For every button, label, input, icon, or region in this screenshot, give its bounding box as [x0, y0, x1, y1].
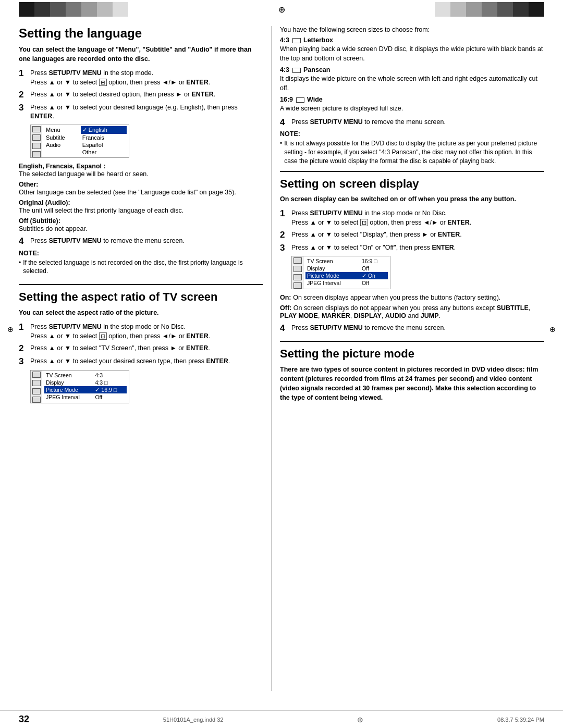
aspect-step-2: 2 Press ▲ or ▼ to select "TV Screen", th…	[19, 344, 263, 354]
picture-intro: There are two types of source content in…	[280, 365, 544, 403]
onscreen-step-2: 2 Press ▲ or ▼ to select "Display", then…	[280, 230, 544, 240]
step-text-1: Press SETUP/TV MENU in the stop mode.Pre…	[30, 69, 210, 87]
step-text-3: Press ▲ or ▼ to select your desired lang…	[30, 103, 263, 121]
option-letterbox: 4:3 Letterbox When playing back a wide s…	[280, 36, 544, 63]
right-column: ⊕ You have the following screen sizes to…	[280, 26, 544, 691]
english-francais-label: English, Francais, Espanol : The selecte…	[19, 162, 263, 178]
original-audio-label: Original (Audio): The unit will select t…	[19, 199, 263, 214]
aspect-step-3: 3 Press ▲ or ▼ to select your desired sc…	[19, 357, 263, 367]
aspect-note: NOTE: • It is not always possible for th…	[280, 130, 544, 165]
step-text-4: Press SETUP/TV MENU to remove the menu s…	[30, 237, 185, 246]
onscreen-step-text-4: Press SETUP/TV MENU to remove the menu s…	[291, 324, 446, 334]
aspect-menu-screenshot: TV Screen 4:3 Display 4:3 □ Picture Mode…	[30, 370, 129, 403]
onscreen-step-text-2: Press ▲ or ▼ to select "Display", then p…	[291, 230, 462, 240]
onscreen-menu-screenshot: TV Screen 16:9 □ Display Off Picture Mod…	[291, 256, 390, 289]
onscreen-step-text-1: Press SETUP/TV MENU in the stop mode or …	[291, 209, 471, 227]
aspect-step-num-2: 2	[19, 344, 28, 354]
file-info-left: 51H0101A_eng.indd 32	[163, 717, 224, 723]
file-info-right: 08.3.7 5:39:24 PM	[497, 717, 544, 723]
language-note-bullet: • If the selected language is not record…	[19, 258, 263, 276]
page-number: 32	[19, 714, 29, 725]
language-note: NOTE: • If the selected language is not …	[19, 250, 263, 276]
onscreen-on-label: On: On screen displays appear when you p…	[280, 293, 544, 301]
step-num-2: 2	[19, 90, 28, 100]
aspect-step-text-1: Press SETUP/TV MENU in the stop mode or …	[30, 323, 210, 341]
onscreen-step-num-4: 4	[280, 324, 289, 334]
onscreen-step-num-3: 3	[280, 243, 289, 253]
aspect-step-text-3: Press ▲ or ▼ to select your desired scre…	[30, 357, 230, 367]
left-margin-mark: ⊕	[7, 325, 14, 334]
left-column: ⊕ Setting the language You can select th…	[19, 26, 263, 691]
step-num-1: 1	[19, 69, 28, 87]
onscreen-off-label: Off: On screen displays do not appear wh…	[280, 304, 544, 319]
right-margin-mark: ⊕	[549, 325, 556, 334]
step-num-4: 4	[19, 237, 28, 246]
option-panscan: 4:3 Panscan It displays the wide picture…	[280, 66, 544, 93]
onscreen-step-num-2: 2	[280, 230, 289, 240]
language-step-3: 3 Press ▲ or ▼ to select your desired la…	[19, 103, 263, 121]
step-num-3: 3	[19, 103, 28, 121]
section-title-onscreen: Setting on screen display	[280, 177, 544, 190]
onscreen-step-3: 3 Press ▲ or ▼ to select "On" or "Off", …	[280, 243, 544, 253]
column-divider	[271, 26, 272, 691]
onscreen-step-1: 1 Press SETUP/TV MENU in the stop mode o…	[280, 209, 544, 227]
aspect-step-text-2: Press ▲ or ▼ to select "TV Screen", then…	[30, 344, 210, 354]
aspect-intro: You can select the aspect ratio of the p…	[19, 308, 263, 317]
onscreen-intro: On screen display can be switched on or …	[280, 194, 544, 204]
language-intro: You can select the language of "Menu", "…	[19, 45, 263, 64]
option-wide: 16:9 Wide A wide screen picture is displ…	[280, 96, 544, 114]
language-step-4: 4 Press SETUP/TV MENU to remove the menu…	[19, 237, 263, 246]
step-text-2: Press ▲ or ▼ to select desired option, t…	[30, 90, 215, 100]
registration-mark-bottom: ⊕	[357, 715, 363, 724]
other-label: Other: Other language can be selected (s…	[19, 180, 263, 196]
section-title-picture: Setting the picture mode	[280, 347, 544, 361]
section-setting-aspect: Setting the aspect ratio of TV screen Yo…	[19, 284, 263, 403]
section-setting-onscreen: Setting on screen display On screen disp…	[280, 171, 544, 334]
aspect-step-1: 1 Press SETUP/TV MENU in the stop mode o…	[19, 323, 263, 341]
section-title-language: Setting the language	[19, 26, 263, 41]
aspect-step-num-1: 1	[19, 323, 28, 341]
section-setting-language: Setting the language You can select the …	[19, 26, 263, 276]
page-footer: 32 51H0101A_eng.indd 32 ⊕ 08.3.7 5:39:24…	[0, 710, 563, 728]
onscreen-step-num-1: 1	[280, 209, 289, 227]
aspect-note-bullet: • It is not always possible for the DVD …	[280, 139, 544, 165]
aspect-screen-options: You have the following screen sizes to c…	[280, 26, 544, 166]
registration-mark-top: ⊕	[278, 5, 285, 15]
onscreen-step-4: 4 Press SETUP/TV MENU to remove the menu…	[280, 324, 544, 334]
section-title-aspect: Setting the aspect ratio of TV screen	[19, 290, 263, 304]
language-step-1: 1 Press SETUP/TV MENU in the stop mode.P…	[19, 69, 263, 87]
aspect-step-num-4: 4	[280, 118, 289, 128]
language-step-2: 2 Press ▲ or ▼ to select desired option,…	[19, 90, 263, 100]
off-subtitle-label: Off (Subtitle): Subtitles do not appear.	[19, 217, 263, 232]
section-setting-picture: Setting the picture mode There are two t…	[280, 341, 544, 403]
onscreen-step-text-3: Press ▲ or ▼ to select "On" or "Off", th…	[291, 243, 456, 253]
language-menu-screenshot: Menu ✓ English Subtitle Francais Audio E…	[30, 125, 129, 158]
aspect-step-4: 4 Press SETUP/TV MENU to remove the menu…	[280, 118, 544, 128]
aspect-step-num-3: 3	[19, 357, 28, 367]
aspect-step-text-4: Press SETUP/TV MENU to remove the menu s…	[291, 118, 446, 128]
